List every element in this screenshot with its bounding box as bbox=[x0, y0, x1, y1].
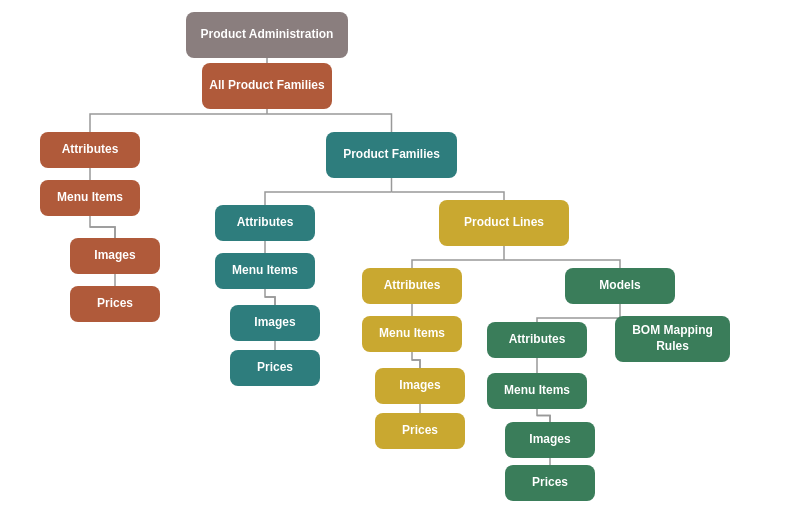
node-menu-items-4[interactable]: Menu Items bbox=[487, 373, 587, 409]
node-menu-items-1[interactable]: Menu Items bbox=[40, 180, 140, 216]
node-attributes-2[interactable]: Attributes bbox=[215, 205, 315, 241]
node-attributes-3[interactable]: Attributes bbox=[362, 268, 462, 304]
node-product-lines[interactable]: Product Lines bbox=[439, 200, 569, 246]
node-prices-2[interactable]: Prices bbox=[230, 350, 320, 386]
node-menu-items-3[interactable]: Menu Items bbox=[362, 316, 462, 352]
node-bom-mapping[interactable]: BOM Mapping Rules bbox=[615, 316, 730, 362]
node-prices-4[interactable]: Prices bbox=[505, 465, 595, 501]
node-product-admin[interactable]: Product Administration bbox=[186, 12, 348, 58]
node-images-4[interactable]: Images bbox=[505, 422, 595, 458]
node-prices-1[interactable]: Prices bbox=[70, 286, 160, 322]
node-models[interactable]: Models bbox=[565, 268, 675, 304]
node-images-1[interactable]: Images bbox=[70, 238, 160, 274]
node-menu-items-2[interactable]: Menu Items bbox=[215, 253, 315, 289]
node-attributes-1[interactable]: Attributes bbox=[40, 132, 140, 168]
node-all-product-families[interactable]: All Product Families bbox=[202, 63, 332, 109]
node-images-2[interactable]: Images bbox=[230, 305, 320, 341]
node-product-families[interactable]: Product Families bbox=[326, 132, 457, 178]
node-prices-3[interactable]: Prices bbox=[375, 413, 465, 449]
node-images-3[interactable]: Images bbox=[375, 368, 465, 404]
node-attributes-4[interactable]: Attributes bbox=[487, 322, 587, 358]
